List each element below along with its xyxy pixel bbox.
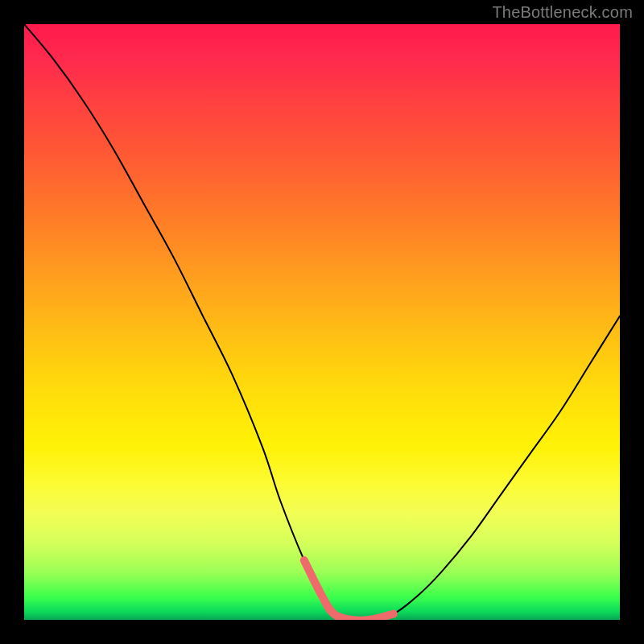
attribution-text: TheBottleneck.com xyxy=(492,3,633,22)
optimal-highlight xyxy=(304,560,394,620)
bottleneck-curve xyxy=(24,24,620,620)
curve-path xyxy=(24,24,620,620)
plot-area xyxy=(24,24,620,620)
chart-frame: TheBottleneck.com xyxy=(0,0,644,644)
